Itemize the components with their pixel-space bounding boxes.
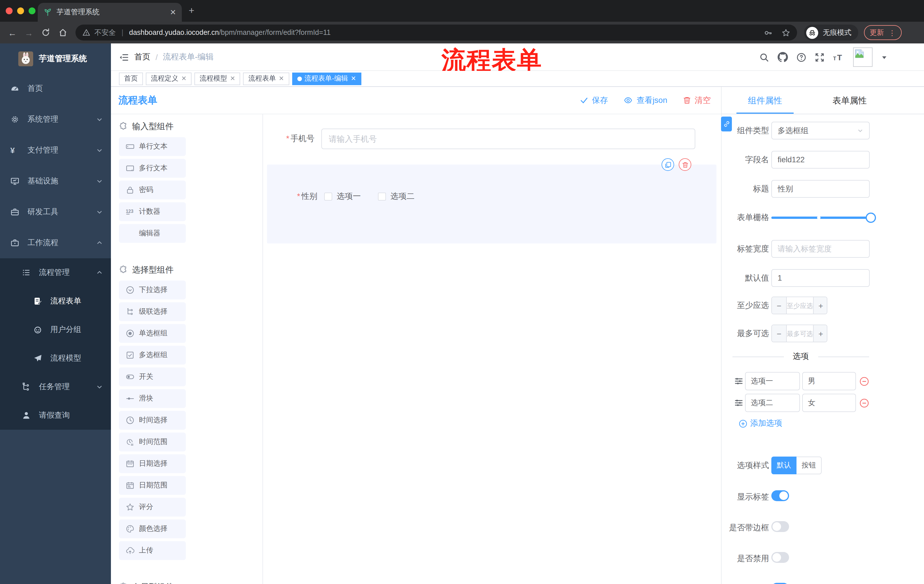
gender-option1-checkbox[interactable]	[324, 192, 332, 201]
component-radio-group[interactable]: 单选框组	[119, 324, 186, 343]
component-date-range[interactable]: 日期范围	[119, 476, 186, 495]
component-single-text[interactable]: 单行文本	[119, 137, 186, 156]
tag-process-form-edit[interactable]: 流程表单-编辑✕	[292, 72, 361, 85]
component-editor[interactable]: 编辑器	[119, 224, 186, 243]
github-icon[interactable]	[778, 52, 788, 62]
component-color-picker[interactable]: 颜色选择	[119, 520, 186, 538]
password-key-icon[interactable]	[764, 28, 772, 37]
component-type-select[interactable]: 多选框组	[771, 122, 870, 140]
drag-handle-icon[interactable]	[734, 398, 743, 408]
fullscreen-icon[interactable]	[815, 52, 825, 62]
bookmark-star-icon[interactable]	[782, 28, 790, 37]
field-name-input[interactable]	[771, 151, 870, 169]
increase-button[interactable]: +	[813, 325, 827, 342]
gender-option2-checkbox[interactable]	[378, 192, 386, 201]
minimize-window-button[interactable]	[17, 7, 24, 14]
option1-label-input[interactable]	[745, 372, 800, 390]
sidebar-item-user-group[interactable]: 用户分组	[0, 316, 111, 344]
update-browser-button[interactable]: 更新 ⋮	[864, 25, 901, 40]
label-width-input[interactable]	[771, 240, 870, 258]
breadcrumb-home[interactable]: 首页	[134, 52, 150, 62]
tab-close-icon[interactable]: ✕	[170, 8, 176, 16]
home-icon[interactable]	[58, 28, 68, 37]
close-window-button[interactable]	[6, 7, 13, 14]
component-select[interactable]: 下拉选择	[119, 281, 186, 299]
caret-down-icon[interactable]	[881, 54, 888, 60]
required-toggle[interactable]	[771, 583, 789, 584]
title-input[interactable]	[771, 180, 870, 198]
selected-component-gender[interactable]: *性别 选项一 选项二	[267, 165, 716, 243]
back-icon[interactable]: ←	[8, 28, 16, 38]
default-value-input[interactable]	[771, 269, 870, 287]
avatar[interactable]	[853, 48, 873, 67]
component-slider[interactable]: 滑块	[119, 389, 186, 408]
component-switch[interactable]: 开关	[119, 367, 186, 386]
sidebar-item-task-mgmt[interactable]: 任务管理	[0, 373, 111, 401]
max-select-input[interactable]	[787, 325, 813, 342]
remove-option-button[interactable]	[860, 376, 869, 386]
decrease-button[interactable]: −	[772, 325, 787, 342]
component-upload[interactable]: 上传	[119, 541, 186, 560]
add-option-button[interactable]: 添加选项	[722, 418, 924, 429]
delete-component-button[interactable]	[679, 158, 691, 171]
link-tag[interactable]	[721, 117, 732, 132]
option2-value-input[interactable]	[802, 394, 856, 412]
option1-value-input[interactable]	[802, 372, 856, 390]
clear-button[interactable]: 清空	[683, 95, 711, 105]
search-icon[interactable]	[759, 52, 769, 62]
min-select-input[interactable]	[787, 297, 813, 314]
option2-label-input[interactable]	[745, 394, 800, 412]
tag-process-definition[interactable]: 流程定义✕	[146, 72, 191, 85]
tag-close-icon[interactable]: ✕	[181, 75, 186, 82]
copy-component-button[interactable]	[662, 158, 674, 171]
remove-option-button[interactable]	[860, 398, 869, 408]
grid-slider[interactable]	[771, 217, 871, 219]
maximize-window-button[interactable]	[29, 7, 35, 14]
tag-close-icon[interactable]: ✕	[279, 75, 284, 82]
drag-handle-icon[interactable]	[734, 377, 743, 386]
sidebar-item-infra[interactable]: 基础设施	[0, 166, 111, 197]
tag-process-form[interactable]: 流程表单✕	[243, 72, 289, 85]
sidebar-item-leave-query[interactable]: 请假查询	[0, 401, 111, 430]
tab-form-props[interactable]: 表单属性	[821, 87, 878, 114]
sidebar-item-process-model[interactable]: 流程模型	[0, 344, 111, 373]
window-controls[interactable]	[6, 7, 35, 14]
component-time-range[interactable]: 时间范围	[119, 433, 186, 451]
sidebar-item-process-mgmt[interactable]: 流程管理	[0, 258, 111, 287]
style-button-button[interactable]: 按钮	[797, 457, 822, 474]
tag-home[interactable]: 首页	[119, 72, 143, 85]
sidebar-fold-icon[interactable]	[119, 52, 129, 62]
sidebar-item-devtools[interactable]: 研发工具	[0, 197, 111, 227]
component-date-picker[interactable]: 日期选择	[119, 454, 186, 473]
sidebar-logo[interactable]: 芋道管理系统	[0, 43, 111, 73]
sidebar-item-process-form[interactable]: 流程表单	[0, 287, 111, 316]
form-canvas[interactable]: *手机号 *性别 选项一 选项二	[263, 114, 721, 584]
component-time-picker[interactable]: 时间选择	[119, 411, 186, 430]
gender-option1-label[interactable]: 选项一	[337, 191, 361, 202]
tag-close-icon[interactable]: ✕	[230, 75, 235, 82]
component-password[interactable]: 密码	[119, 181, 186, 199]
browser-menu-icon[interactable]: ⋮	[889, 28, 896, 37]
component-checkbox-group[interactable]: 多选框组	[119, 346, 186, 365]
style-default-button[interactable]: 默认	[771, 457, 797, 474]
browser-tab[interactable]: 芋道管理系统 ✕	[38, 3, 182, 22]
show-label-toggle[interactable]	[771, 490, 789, 501]
save-button[interactable]: 保存	[580, 95, 608, 105]
tag-close-icon[interactable]: ✕	[351, 75, 356, 82]
component-rate[interactable]: 评分	[119, 498, 186, 517]
view-json-button[interactable]: 查看json	[624, 95, 667, 105]
disabled-toggle[interactable]	[771, 552, 789, 563]
security-label[interactable]: 不安全	[94, 28, 116, 38]
component-textarea[interactable]: 多行文本	[119, 159, 186, 178]
gender-option2-label[interactable]: 选项二	[391, 191, 414, 202]
gender-field-row[interactable]: *性别 选项一 选项二	[267, 165, 716, 202]
sidebar-item-payment[interactable]: ¥ 支付管理	[0, 135, 111, 166]
sidebar-item-system[interactable]: 系统管理	[0, 104, 111, 135]
phone-input[interactable]	[321, 128, 695, 149]
phone-field-row[interactable]: *手机号	[263, 114, 721, 149]
component-counter[interactable]: 123计数器	[119, 202, 186, 221]
new-tab-button[interactable]: +	[189, 5, 195, 16]
font-size-icon[interactable]: TT	[833, 52, 845, 62]
address-bar[interactable]: 不安全 | dashboard.yudao.iocoder.cn/bpm/man…	[76, 25, 797, 41]
slider-handle[interactable]	[866, 212, 876, 222]
